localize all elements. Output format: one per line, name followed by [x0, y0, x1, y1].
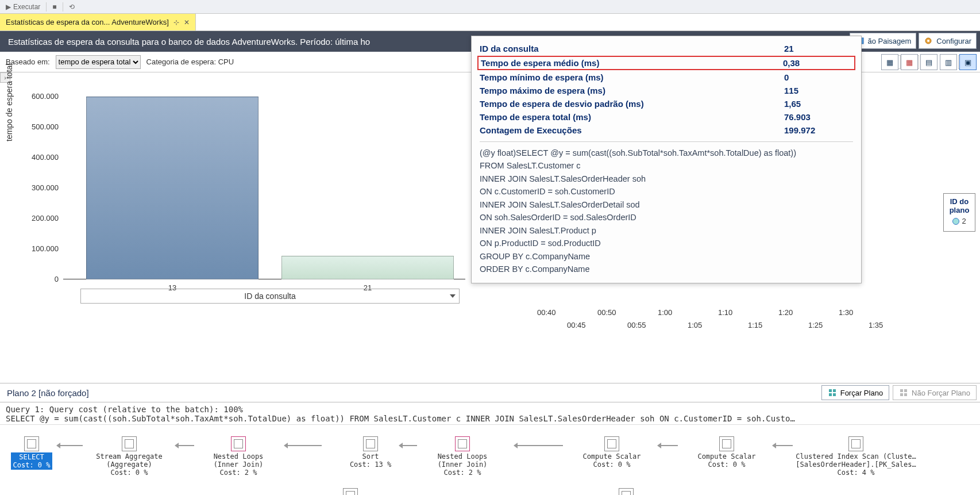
run-segment[interactable]: ▶ Executar — [6, 3, 40, 11]
timeline-tick: 1:30 — [839, 308, 853, 317]
node-index-scan[interactable]: Clustered Index Scan (Cluste… [SalesOrde… — [793, 436, 919, 477]
based-on-select[interactable]: tempo de espera total — [56, 55, 141, 69]
y-tick: 600.000 — [18, 92, 59, 101]
chart-plot[interactable]: 0 100.000 200.000 300.000 400.000 500.00… — [40, 84, 465, 314]
execution-plan-canvas[interactable]: SELECTCost: 0 % Stream Aggregate (Aggreg… — [0, 425, 980, 495]
view-table-icon[interactable]: ▥ — [940, 54, 957, 70]
view-chart-icon[interactable]: ▦ — [901, 54, 918, 70]
close-icon[interactable]: ✕ — [184, 18, 190, 26]
force-plan-button[interactable]: Forçar Plano — [821, 385, 889, 400]
y-axis-label: tempo de espera total — [5, 64, 14, 141]
y-tick: 400.000 — [18, 153, 59, 162]
timeline-tick: 1:20 — [778, 308, 793, 317]
query-summary: Query 1: Query cost (relative to the bat… — [0, 402, 980, 425]
y-tick: 200.000 — [18, 214, 59, 222]
svg-rect-5 — [829, 389, 832, 392]
svg-rect-7 — [829, 393, 832, 396]
tooltip-sql: (@y float)SELECT @y = sum(cast((soh.SubT… — [480, 147, 853, 276]
tab-strip: Estatísticas de espera da con... Adventu… — [0, 14, 980, 31]
plan-title: Plano 2 [não forçado] — [7, 388, 89, 398]
category-label: Categoria de espera: CPU — [146, 57, 234, 66]
index-seek-icon — [619, 488, 634, 495]
svg-rect-9 — [900, 389, 903, 392]
timeline-tick: 1:15 — [748, 321, 762, 329]
index-seek-icon — [343, 488, 358, 495]
tab-active[interactable]: Estatísticas de espera da con... Adventu… — [0, 14, 196, 30]
select-icon — [24, 436, 39, 451]
pin-icon[interactable]: ⊹ — [173, 18, 179, 26]
node-compute-scalar-2[interactable]: Compute Scalar Cost: 0 % — [678, 436, 775, 469]
query-tooltip-panel: ID da consulta21Tempo de espera médio (m… — [471, 36, 862, 283]
tooltip-row: Tempo máximo de espera (ms)115 — [480, 84, 853, 97]
tooltip-row: Contagem de Execuções199.972 — [480, 124, 853, 137]
tooltip-row: Tempo de espera total (ms)76.903 — [480, 110, 853, 124]
panel-title: Estatísticas de espera da consulta para … — [8, 37, 370, 47]
tooltip-row: Tempo mínimo de espera (ms)0 — [480, 71, 853, 84]
svg-rect-12 — [904, 393, 907, 396]
legend-item[interactable]: 2 — [952, 217, 966, 225]
timeline-tick: 00:55 — [627, 321, 646, 329]
main-area: › ▦ ▦ ▤ ▥ ▣ tempo de espera total 0 100.… — [0, 72, 980, 383]
query-cost-line: Query 1: Query cost (relative to the bat… — [6, 405, 974, 414]
index-scan-icon — [848, 436, 863, 451]
y-tick: 500.000 — [18, 122, 59, 131]
view-image-icon[interactable]: ▣ — [959, 54, 977, 70]
node-index-seek-2[interactable]: Clustered Index Seek (Cluste… — [563, 488, 689, 495]
node-index-seek-1[interactable]: Clustered Index Seek (Cluste… — [287, 488, 414, 495]
timeline-tick: 1:10 — [718, 308, 732, 317]
compute-scalar-icon — [719, 436, 734, 451]
svg-point-2 — [927, 40, 929, 42]
node-nested-loops-1[interactable]: Nested Loops (Inner Join) Cost: 2 % — [190, 436, 287, 477]
chart-zone: tempo de espera total 0 100.000 200.000 … — [0, 72, 477, 343]
svg-rect-8 — [833, 393, 836, 396]
svg-rect-11 — [900, 393, 903, 396]
x-axis-caption[interactable]: ID da consulta — [80, 289, 460, 304]
y-tick: 100.000 — [18, 244, 59, 253]
tooltip-row: Tempo de espera de desvio padrão (ms)1,6… — [480, 97, 853, 110]
right-icon-toolbar: ▦ ▦ ▤ ▥ ▣ — [881, 54, 977, 70]
node-nested-loops-2[interactable]: Nested Loops (Inner Join) Cost: 2 % — [414, 436, 511, 477]
legend-title: ID do plano — [947, 197, 971, 214]
timeline-axis: 00:4000:501:001:101:201:30 00:4500:551:0… — [537, 308, 934, 337]
query-sql-line: SELECT @y = sum(cast((soh.SubTotal*soh.T… — [6, 414, 974, 423]
svg-rect-10 — [904, 389, 907, 392]
timeline-tick: 1:35 — [869, 321, 883, 329]
timeline-tick: 00:50 — [597, 308, 616, 317]
legend-box: ID do plano 2 — [943, 193, 975, 232]
node-compute-scalar-1[interactable]: Compute Scalar Cost: 0 % — [563, 436, 661, 469]
node-sort[interactable]: Sort Cost: 13 % — [322, 436, 419, 469]
timeline-tick: 1:00 — [658, 308, 672, 317]
nested-loops-icon — [455, 436, 470, 451]
configure-button[interactable]: Configurar — [919, 33, 977, 49]
y-tick: 300.000 — [18, 183, 59, 192]
view-plan-icon[interactable]: ▦ — [881, 54, 898, 70]
compute-scalar-icon — [604, 436, 619, 451]
bar-13[interactable] — [86, 97, 258, 279]
bar-21[interactable] — [281, 256, 454, 279]
tooltip-row: Tempo de espera médio (ms)0,38 — [477, 56, 855, 70]
svg-rect-6 — [833, 389, 836, 392]
view-combo-icon[interactable]: ▤ — [920, 54, 937, 70]
sort-icon — [363, 436, 378, 451]
timeline-tick: 1:05 — [688, 321, 702, 329]
node-stream-aggregate[interactable]: Stream Aggregate (Aggregate) Cost: 0 % — [80, 436, 178, 477]
timeline-tick: 00:40 — [537, 308, 556, 317]
tooltip-row: ID da consulta21 — [480, 42, 853, 55]
plan-header: Plano 2 [não forçado] Forçar Plano Não F… — [0, 383, 980, 402]
tab-title: Estatísticas de espera da con... Adventu… — [6, 18, 169, 26]
nested-loops-icon — [231, 436, 246, 451]
y-tick: 0 — [18, 275, 59, 283]
timeline-tick: 1:25 — [808, 321, 823, 329]
node-select[interactable]: SELECTCost: 0 % — [6, 436, 57, 470]
aggregate-icon — [122, 436, 137, 451]
timeline-tick: 00:45 — [567, 321, 586, 329]
toolbar-strip: ▶ Executar ■⟲ — [0, 0, 980, 14]
unforce-plan-button[interactable]: Não Forçar Plano — [893, 385, 977, 400]
